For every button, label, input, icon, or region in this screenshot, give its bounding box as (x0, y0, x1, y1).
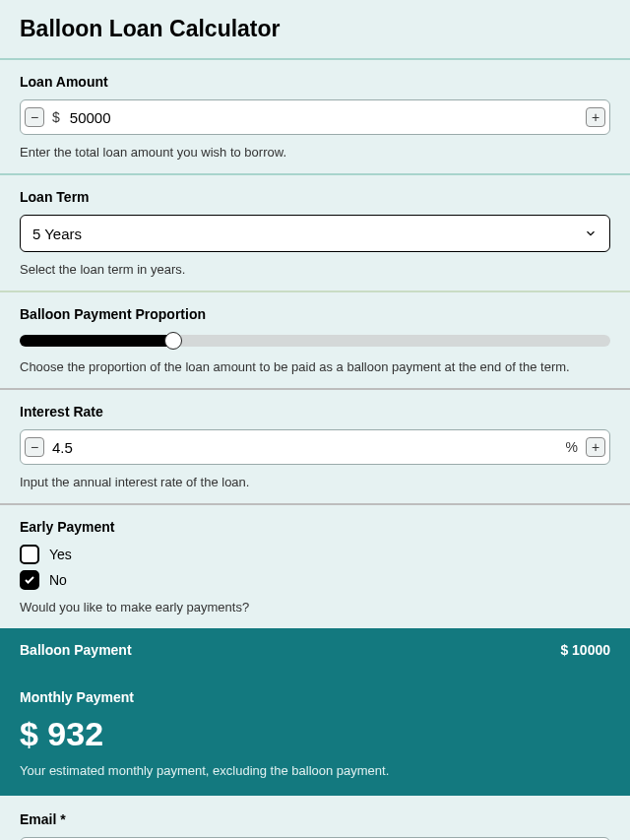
slider-thumb[interactable] (164, 332, 182, 350)
monthly-result-label: Monthly Payment (20, 689, 610, 705)
chevron-down-icon (584, 226, 598, 240)
monthly-payment-result: Monthly Payment $ 932 Your estimated mon… (0, 672, 630, 796)
section-loan-term: Loan Term 5 Years Select the loan term i… (0, 173, 630, 291)
balloon-prop-label: Balloon Payment Proportion (20, 306, 610, 322)
loan-term-value: 5 Years (32, 226, 584, 242)
decrement-button[interactable]: − (25, 107, 44, 127)
early-no-label: No (49, 572, 67, 588)
increment-button[interactable]: + (586, 437, 605, 457)
section-email: Email * Send results (0, 796, 630, 840)
email-label: Email * (20, 811, 610, 827)
increment-button[interactable]: + (586, 107, 605, 127)
monthly-result-desc: Your estimated monthly payment, excludin… (20, 763, 610, 778)
loan-term-desc: Select the loan term in years. (20, 262, 610, 277)
section-loan-amount: Loan Amount − $ + Enter the total loan a… (0, 58, 630, 173)
balloon-result-value: $ 10000 (560, 642, 610, 658)
section-balloon-proportion: Balloon Payment Proportion Choose the pr… (0, 291, 630, 388)
slider-fill (20, 335, 173, 347)
balloon-payment-result: Balloon Payment $ 10000 (0, 628, 630, 672)
early-yes-row[interactable]: Yes (20, 545, 610, 564)
loan-term-label: Loan Term (20, 189, 610, 205)
early-desc: Would you like to make early payments? (20, 600, 610, 614)
monthly-result-value: $ 932 (20, 715, 610, 753)
currency-prefix: $ (44, 109, 68, 125)
interest-label: Interest Rate (20, 404, 610, 420)
checkbox-yes[interactable] (20, 545, 39, 564)
loan-amount-label: Loan Amount (20, 74, 610, 90)
loan-amount-input[interactable] (68, 109, 586, 126)
check-icon (24, 574, 35, 586)
balloon-result-label: Balloon Payment (20, 642, 132, 658)
checkbox-no[interactable] (20, 570, 39, 590)
balloon-prop-desc: Choose the proportion of the loan amount… (20, 359, 610, 374)
decrement-button[interactable]: − (25, 437, 44, 457)
percent-suffix: % (558, 439, 586, 455)
interest-stepper[interactable]: − % + (20, 429, 610, 465)
loan-term-select[interactable]: 5 Years (20, 215, 610, 252)
loan-amount-stepper[interactable]: − $ + (20, 99, 610, 135)
section-early-payment: Early Payment Yes No Would you like to m… (0, 503, 630, 628)
section-interest-rate: Interest Rate − % + Input the annual int… (0, 388, 630, 503)
loan-amount-desc: Enter the total loan amount you wish to … (20, 145, 610, 160)
early-label: Early Payment (20, 519, 610, 535)
early-no-row[interactable]: No (20, 570, 610, 590)
page-title: Balloon Loan Calculator (0, 8, 630, 58)
early-yes-label: Yes (49, 547, 72, 562)
interest-input[interactable] (44, 439, 558, 456)
interest-desc: Input the annual interest rate of the lo… (20, 475, 610, 489)
balloon-prop-slider[interactable] (20, 332, 610, 350)
